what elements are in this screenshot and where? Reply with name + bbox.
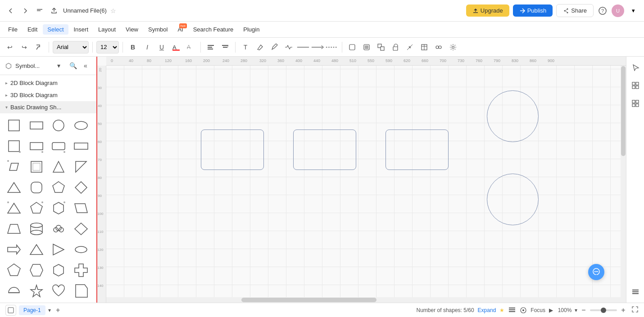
h-scrollbar-thumb[interactable] xyxy=(241,298,376,302)
menu-file[interactable]: File xyxy=(4,24,22,35)
bold-button[interactable]: B xyxy=(127,41,139,54)
canvas-drawing-area[interactable] xyxy=(106,66,626,303)
shape-rounded-rect-3[interactable] xyxy=(385,129,449,170)
menu-select[interactable]: Select xyxy=(43,24,68,35)
shape-right-triangle[interactable] xyxy=(49,240,68,259)
sidebar-collapse-button[interactable]: « xyxy=(80,60,91,71)
shape-cloud[interactable] xyxy=(49,219,68,238)
menu-edit[interactable]: Edit xyxy=(23,24,42,35)
connector-button[interactable] xyxy=(282,41,295,54)
canvas-area[interactable]: 0 40 80 120 160 200 240 280 320 360 400 … xyxy=(97,57,626,303)
focus-toggle-button[interactable] xyxy=(520,307,527,314)
shape-button[interactable] xyxy=(346,41,358,54)
undo-button[interactable]: ↩ xyxy=(4,41,16,54)
shape-pentagon2[interactable] xyxy=(5,261,23,280)
arrow-style-button[interactable] xyxy=(311,41,324,54)
zoom-in-button[interactable]: + xyxy=(619,306,628,314)
back-button[interactable] xyxy=(5,5,16,16)
right-panel-grid-icon[interactable] xyxy=(628,96,643,111)
horizontal-scrollbar[interactable] xyxy=(106,297,621,303)
shape-parallelogram[interactable] xyxy=(72,199,91,218)
shape-rhombus[interactable] xyxy=(72,219,91,238)
shape-triangle-up[interactable] xyxy=(5,178,23,197)
sidebar-search-button[interactable]: 🔍 xyxy=(68,60,78,71)
shape-rounded-rect-2[interactable] xyxy=(293,129,356,170)
chat-bubble-button[interactable] xyxy=(588,264,604,280)
shape-rect[interactable] xyxy=(27,116,46,135)
shape-rect-dot[interactable] xyxy=(27,137,46,156)
shape-triangle-small[interactable] xyxy=(27,240,46,259)
underline-button[interactable]: U xyxy=(155,41,168,54)
shape-semicircle[interactable] xyxy=(5,281,23,300)
share-button[interactable]: Share xyxy=(556,4,594,17)
line-style-button[interactable] xyxy=(297,41,309,54)
font-family-select[interactable]: Arial xyxy=(53,41,89,54)
page-dropdown-icon[interactable]: ▾ xyxy=(48,307,51,313)
shape-circle-2[interactable] xyxy=(487,174,539,225)
text-format-button[interactable]: T xyxy=(239,41,252,54)
menu-layout[interactable]: Layout xyxy=(94,24,120,35)
scrollbar-thumb[interactable] xyxy=(621,66,626,156)
shape-square[interactable] xyxy=(5,116,23,135)
menu-view[interactable]: View xyxy=(121,24,143,35)
avatar[interactable]: U xyxy=(612,4,624,17)
zoom-slider[interactable] xyxy=(590,309,617,311)
effects-button[interactable] xyxy=(432,41,445,54)
expand-arrow-icon[interactable]: ▾ xyxy=(53,60,64,71)
menu-ai[interactable]: AI hot xyxy=(173,24,187,35)
align-center-button[interactable] xyxy=(219,41,231,54)
unlink-button[interactable] xyxy=(404,41,416,54)
right-panel-settings-icon[interactable] xyxy=(628,285,643,299)
shape-trapezoid[interactable] xyxy=(5,219,23,238)
page-layout-icon[interactable] xyxy=(5,305,16,316)
redo-button[interactable]: ↪ xyxy=(18,41,31,54)
shape-rounded-rect-1[interactable] xyxy=(201,129,264,170)
lock-button[interactable] xyxy=(389,41,402,54)
font-size-select[interactable]: 12 xyxy=(96,41,119,54)
zoom-dropdown-icon[interactable]: ▾ xyxy=(575,307,577,313)
help-icon[interactable]: ? xyxy=(597,5,608,16)
shape-rect-rounded-dot[interactable] xyxy=(49,137,68,156)
shape-parallelogram-dot[interactable] xyxy=(5,157,23,176)
shape-pentagon-dot[interactable] xyxy=(27,199,46,218)
shape-note[interactable] xyxy=(72,281,91,300)
table-button[interactable] xyxy=(418,41,431,54)
chevron-down-icon[interactable]: ▾ xyxy=(628,5,639,16)
shape-inner-rect[interactable] xyxy=(27,157,46,176)
pen-button[interactable] xyxy=(268,41,281,54)
strikethrough-button[interactable]: A xyxy=(184,41,197,54)
zoom-out-button[interactable]: − xyxy=(579,306,588,314)
shape-rect-wide[interactable] xyxy=(72,137,91,156)
shape-diamond[interactable] xyxy=(72,178,91,197)
align-left-button[interactable] xyxy=(204,41,217,54)
shape-hexagon[interactable] xyxy=(49,199,68,218)
add-page-button[interactable]: + xyxy=(54,306,63,315)
menu-insert[interactable]: Insert xyxy=(69,24,93,35)
shape-cylinder[interactable] xyxy=(27,219,46,238)
vertical-scrollbar[interactable] xyxy=(621,66,626,303)
shape-circle-1[interactable] xyxy=(487,90,539,142)
shape-triangle-iso[interactable] xyxy=(49,157,68,176)
shape-ellipse[interactable] xyxy=(72,116,91,135)
shape-triangle-up-dot[interactable] xyxy=(5,199,23,218)
page-1-tab[interactable]: Page-1 xyxy=(19,305,45,315)
menu-plugin[interactable]: Plugin xyxy=(239,24,264,35)
category-3d-block[interactable]: ▸ 3D Block Diagram xyxy=(0,89,96,101)
font-color-button[interactable]: A xyxy=(170,41,182,54)
shape-oval[interactable] xyxy=(72,240,91,259)
dash-style-button[interactable] xyxy=(326,41,338,54)
star-icon[interactable]: ☆ xyxy=(110,7,116,14)
shape-cross[interactable] xyxy=(72,261,91,280)
shape-square-dot[interactable] xyxy=(5,137,23,156)
shape-rounded-rect2[interactable] xyxy=(27,178,46,197)
shape-hexagon2[interactable] xyxy=(27,261,46,280)
shape-pentagon[interactable] xyxy=(49,178,68,197)
minimize-icon[interactable] xyxy=(34,5,45,16)
expand-link[interactable]: Expand xyxy=(478,307,496,313)
fullscreen-button[interactable] xyxy=(631,306,639,314)
right-panel-shapes-icon[interactable] xyxy=(628,78,643,93)
shape-circle[interactable] xyxy=(49,116,68,135)
zoom-slider-thumb[interactable] xyxy=(601,308,606,313)
paint-format-button[interactable] xyxy=(32,41,45,54)
italic-button[interactable]: I xyxy=(141,41,154,54)
